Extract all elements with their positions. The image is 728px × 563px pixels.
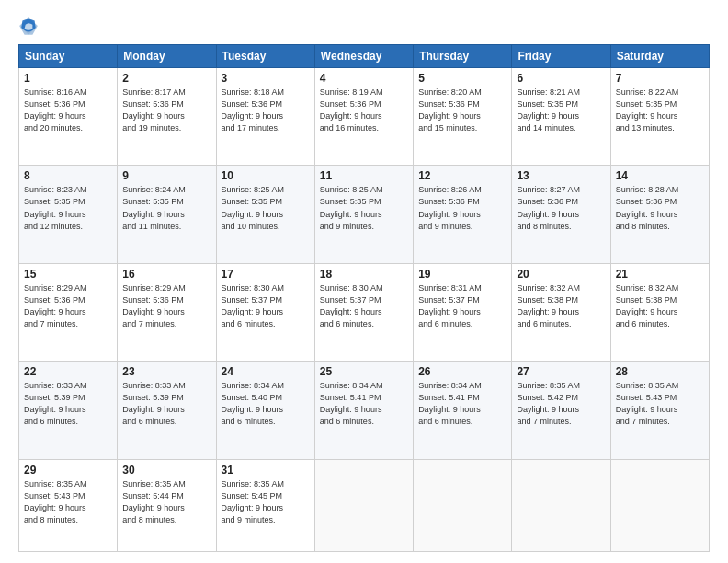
day-number: 16 bbox=[122, 268, 210, 281]
col-friday: Friday bbox=[512, 45, 610, 68]
day-number: 27 bbox=[517, 365, 605, 378]
calendar-cell: 8Sunrise: 8:23 AMSunset: 5:35 PMDaylight… bbox=[19, 166, 118, 263]
calendar-cell: 2Sunrise: 8:17 AMSunset: 5:36 PMDaylight… bbox=[118, 68, 216, 166]
day-info: Sunrise: 8:32 AMSunset: 5:38 PMDaylight:… bbox=[517, 282, 605, 330]
day-info: Sunrise: 8:27 AMSunset: 5:36 PMDaylight:… bbox=[517, 184, 605, 232]
day-number: 1 bbox=[24, 72, 112, 85]
logo-icon bbox=[18, 17, 39, 37]
day-info: Sunrise: 8:20 AMSunset: 5:36 PMDaylight:… bbox=[418, 86, 506, 134]
calendar-cell: 31Sunrise: 8:35 AMSunset: 5:45 PMDayligh… bbox=[216, 459, 314, 551]
calendar-cell: 14Sunrise: 8:28 AMSunset: 5:36 PMDayligh… bbox=[610, 166, 709, 263]
calendar-header-row: Sunday Monday Tuesday Wednesday Thursday… bbox=[19, 45, 710, 68]
day-info: Sunrise: 8:30 AMSunset: 5:37 PMDaylight:… bbox=[222, 282, 310, 330]
calendar-cell: 17Sunrise: 8:30 AMSunset: 5:37 PMDayligh… bbox=[216, 263, 314, 361]
day-number: 7 bbox=[616, 72, 704, 85]
day-number: 2 bbox=[122, 72, 210, 85]
calendar-cell: 21Sunrise: 8:32 AMSunset: 5:38 PMDayligh… bbox=[610, 263, 709, 361]
day-info: Sunrise: 8:16 AMSunset: 5:36 PMDaylight:… bbox=[24, 86, 112, 134]
col-monday: Monday bbox=[118, 45, 216, 68]
day-number: 24 bbox=[222, 365, 310, 378]
day-info: Sunrise: 8:24 AMSunset: 5:35 PMDaylight:… bbox=[122, 184, 210, 232]
col-saturday: Saturday bbox=[610, 45, 709, 68]
calendar-cell: 4Sunrise: 8:19 AMSunset: 5:36 PMDaylight… bbox=[314, 68, 413, 166]
day-info: Sunrise: 8:34 AMSunset: 5:40 PMDaylight:… bbox=[222, 380, 310, 428]
calendar-cell: 5Sunrise: 8:20 AMSunset: 5:36 PMDaylight… bbox=[414, 68, 512, 166]
day-number: 14 bbox=[616, 169, 704, 182]
calendar-cell bbox=[610, 459, 709, 551]
day-info: Sunrise: 8:30 AMSunset: 5:37 PMDaylight:… bbox=[320, 282, 408, 330]
day-info: Sunrise: 8:22 AMSunset: 5:35 PMDaylight:… bbox=[616, 86, 704, 134]
calendar-week-row: 29Sunrise: 8:35 AMSunset: 5:43 PMDayligh… bbox=[19, 459, 710, 551]
calendar-cell: 7Sunrise: 8:22 AMSunset: 5:35 PMDaylight… bbox=[610, 68, 709, 166]
calendar-cell: 22Sunrise: 8:33 AMSunset: 5:39 PMDayligh… bbox=[19, 362, 118, 459]
day-number: 15 bbox=[24, 268, 112, 281]
day-info: Sunrise: 8:35 AMSunset: 5:43 PMDaylight:… bbox=[24, 478, 112, 526]
day-number: 22 bbox=[24, 365, 112, 378]
day-number: 6 bbox=[517, 72, 605, 85]
day-number: 3 bbox=[222, 72, 310, 85]
day-number: 26 bbox=[418, 365, 506, 378]
day-number: 17 bbox=[222, 268, 310, 281]
calendar-cell bbox=[512, 459, 610, 551]
calendar-cell: 13Sunrise: 8:27 AMSunset: 5:36 PMDayligh… bbox=[512, 166, 610, 263]
calendar-cell bbox=[414, 459, 512, 551]
day-number: 13 bbox=[517, 169, 605, 182]
calendar-week-row: 15Sunrise: 8:29 AMSunset: 5:36 PMDayligh… bbox=[19, 263, 710, 361]
day-info: Sunrise: 8:34 AMSunset: 5:41 PMDaylight:… bbox=[418, 380, 506, 428]
day-info: Sunrise: 8:26 AMSunset: 5:36 PMDaylight:… bbox=[418, 184, 506, 232]
day-number: 12 bbox=[418, 169, 506, 182]
day-number: 30 bbox=[122, 464, 210, 477]
day-info: Sunrise: 8:35 AMSunset: 5:44 PMDaylight:… bbox=[122, 478, 210, 526]
calendar-cell: 24Sunrise: 8:34 AMSunset: 5:40 PMDayligh… bbox=[216, 362, 314, 459]
col-thursday: Thursday bbox=[414, 45, 512, 68]
calendar-cell: 30Sunrise: 8:35 AMSunset: 5:44 PMDayligh… bbox=[118, 459, 216, 551]
calendar-cell: 12Sunrise: 8:26 AMSunset: 5:36 PMDayligh… bbox=[414, 166, 512, 263]
day-number: 29 bbox=[24, 464, 112, 477]
day-number: 11 bbox=[320, 169, 408, 182]
day-info: Sunrise: 8:32 AMSunset: 5:38 PMDaylight:… bbox=[616, 282, 704, 330]
calendar-cell: 3Sunrise: 8:18 AMSunset: 5:36 PMDaylight… bbox=[216, 68, 314, 166]
calendar-cell bbox=[314, 459, 413, 551]
calendar-cell: 23Sunrise: 8:33 AMSunset: 5:39 PMDayligh… bbox=[118, 362, 216, 459]
calendar-cell: 26Sunrise: 8:34 AMSunset: 5:41 PMDayligh… bbox=[414, 362, 512, 459]
col-tuesday: Tuesday bbox=[216, 45, 314, 68]
calendar-cell: 28Sunrise: 8:35 AMSunset: 5:43 PMDayligh… bbox=[610, 362, 709, 459]
day-info: Sunrise: 8:33 AMSunset: 5:39 PMDaylight:… bbox=[122, 380, 210, 428]
day-number: 28 bbox=[616, 365, 704, 378]
day-number: 10 bbox=[222, 169, 310, 182]
day-number: 31 bbox=[222, 464, 310, 477]
calendar-cell: 16Sunrise: 8:29 AMSunset: 5:36 PMDayligh… bbox=[118, 263, 216, 361]
day-info: Sunrise: 8:33 AMSunset: 5:39 PMDaylight:… bbox=[24, 380, 112, 428]
day-number: 25 bbox=[320, 365, 408, 378]
page: Sunday Monday Tuesday Wednesday Thursday… bbox=[0, 0, 728, 563]
day-info: Sunrise: 8:34 AMSunset: 5:41 PMDaylight:… bbox=[320, 380, 408, 428]
day-number: 19 bbox=[418, 268, 506, 281]
day-number: 20 bbox=[517, 268, 605, 281]
day-number: 18 bbox=[320, 268, 408, 281]
day-info: Sunrise: 8:18 AMSunset: 5:36 PMDaylight:… bbox=[222, 86, 310, 134]
day-info: Sunrise: 8:35 AMSunset: 5:43 PMDaylight:… bbox=[616, 380, 704, 428]
calendar-cell: 15Sunrise: 8:29 AMSunset: 5:36 PMDayligh… bbox=[19, 263, 118, 361]
day-info: Sunrise: 8:28 AMSunset: 5:36 PMDaylight:… bbox=[616, 184, 704, 232]
calendar-week-row: 8Sunrise: 8:23 AMSunset: 5:35 PMDaylight… bbox=[19, 166, 710, 263]
header bbox=[18, 17, 710, 37]
day-number: 23 bbox=[122, 365, 210, 378]
day-info: Sunrise: 8:31 AMSunset: 5:37 PMDaylight:… bbox=[418, 282, 506, 330]
day-info: Sunrise: 8:29 AMSunset: 5:36 PMDaylight:… bbox=[122, 282, 210, 330]
calendar-cell: 20Sunrise: 8:32 AMSunset: 5:38 PMDayligh… bbox=[512, 263, 610, 361]
day-info: Sunrise: 8:35 AMSunset: 5:42 PMDaylight:… bbox=[517, 380, 605, 428]
day-number: 4 bbox=[320, 72, 408, 85]
calendar-cell: 10Sunrise: 8:25 AMSunset: 5:35 PMDayligh… bbox=[216, 166, 314, 263]
day-info: Sunrise: 8:21 AMSunset: 5:35 PMDaylight:… bbox=[517, 86, 605, 134]
calendar-cell: 9Sunrise: 8:24 AMSunset: 5:35 PMDaylight… bbox=[118, 166, 216, 263]
day-info: Sunrise: 8:25 AMSunset: 5:35 PMDaylight:… bbox=[222, 184, 310, 232]
day-info: Sunrise: 8:35 AMSunset: 5:45 PMDaylight:… bbox=[222, 478, 310, 526]
day-info: Sunrise: 8:23 AMSunset: 5:35 PMDaylight:… bbox=[24, 184, 112, 232]
day-number: 8 bbox=[24, 169, 112, 182]
logo bbox=[18, 17, 42, 37]
day-number: 21 bbox=[616, 268, 704, 281]
calendar-cell: 18Sunrise: 8:30 AMSunset: 5:37 PMDayligh… bbox=[314, 263, 413, 361]
calendar-week-row: 22Sunrise: 8:33 AMSunset: 5:39 PMDayligh… bbox=[19, 362, 710, 459]
calendar-cell: 1Sunrise: 8:16 AMSunset: 5:36 PMDaylight… bbox=[19, 68, 118, 166]
col-wednesday: Wednesday bbox=[314, 45, 413, 68]
